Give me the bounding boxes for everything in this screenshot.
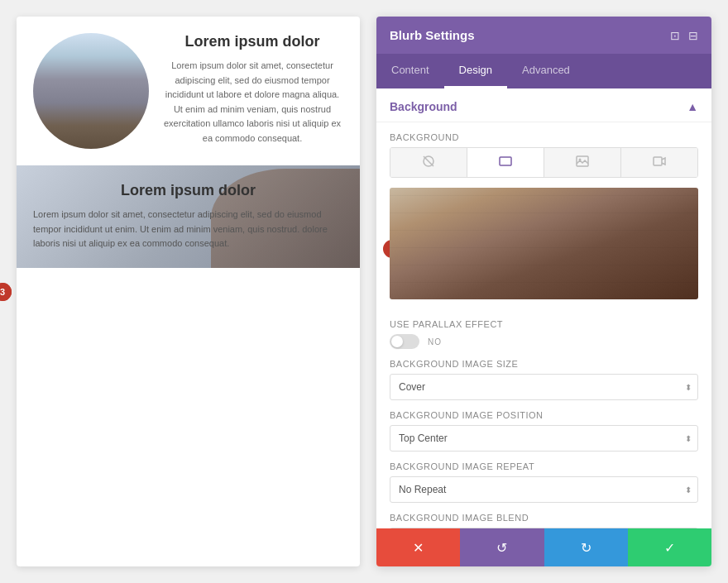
image-repeat-select[interactable]: No Repeat <box>390 476 698 503</box>
image-position-label: Background Image Position <box>390 410 698 420</box>
bg-type-video[interactable] <box>621 148 697 177</box>
expand-icon[interactable]: ⊡ <box>670 29 680 42</box>
section-title: Background <box>390 100 457 113</box>
settings-panel: Blurb Settings ⊡ ⊟ Content Design Advanc… <box>376 17 711 566</box>
image-size-wrapper: Cover <box>390 374 698 400</box>
panel-tabs: Content Design Advanced <box>376 54 711 88</box>
bg-image-section: 1 <box>390 188 698 309</box>
tab-advanced[interactable]: Advanced <box>507 54 585 88</box>
bg-type-image[interactable] <box>544 148 621 177</box>
collapse-icon[interactable]: ▲ <box>687 100 698 113</box>
image-blend-label: Background Image Blend <box>390 513 698 523</box>
image-position-wrapper: Top Center <box>390 425 698 452</box>
image-blend-field: Background Image Blend Normal <box>390 513 698 528</box>
panel-body: Background ▲ Background <box>376 88 711 528</box>
panel-title: Blurb Settings <box>390 28 475 42</box>
background-section-header: Background ▲ <box>376 88 711 122</box>
circle-image <box>33 33 149 149</box>
block2-title: Lorem ipsum dolor <box>33 182 343 199</box>
bg-image-preview[interactable] <box>390 188 698 299</box>
image-size-select[interactable]: Cover <box>390 374 698 400</box>
image-repeat-row: 3 No Repeat <box>390 476 698 503</box>
block2-overlay: Lorem ipsum dolor Lorem ipsum dolor sit … <box>33 182 343 251</box>
image-position-row: 2 Top Center <box>390 425 698 452</box>
image-position-select[interactable]: Top Center <box>390 425 698 452</box>
reset-button[interactable]: ↺ <box>460 528 544 566</box>
bg-type-color[interactable] <box>467 148 544 177</box>
image-repeat-label: Background Image Repeat <box>390 461 698 471</box>
left-preview-panel: Lorem ipsum dolor Lorem ipsum dolor sit … <box>17 17 360 566</box>
save-button[interactable]: ✓ <box>628 528 711 566</box>
section-body: Background 1 <box>376 122 711 528</box>
tab-design[interactable]: Design <box>444 54 507 88</box>
image-repeat-wrapper: No Repeat <box>390 476 698 503</box>
block1-title: Lorem ipsum dolor <box>161 33 343 50</box>
svg-rect-2 <box>500 157 511 165</box>
toggle-knob <box>391 336 403 347</box>
background-field-label: Background <box>390 132 698 142</box>
content-block-1: Lorem ipsum dolor Lorem ipsum dolor sit … <box>17 17 360 165</box>
svg-rect-5 <box>654 157 662 165</box>
columns-icon[interactable]: ⊟ <box>688 29 698 42</box>
image-size-label: Background Image Size <box>390 359 698 369</box>
bg-type-selector <box>390 147 698 178</box>
image-size-field: Background Image Size Cover <box>390 359 698 400</box>
cancel-button[interactable]: ✕ <box>376 528 460 566</box>
panel-header: Blurb Settings ⊡ ⊟ <box>376 17 711 54</box>
block1-body: Lorem ipsum dolor sit amet, consectetur … <box>161 59 343 146</box>
parallax-toggle[interactable] <box>390 334 419 349</box>
panel-footer: ✕ ↺ ↻ ✓ <box>376 528 711 566</box>
bg-type-transparent[interactable] <box>390 148 467 177</box>
block1-text: Lorem ipsum dolor Lorem ipsum dolor sit … <box>161 33 343 146</box>
image-blend-wrapper: Normal <box>390 528 698 528</box>
tab-content[interactable]: Content <box>376 54 444 88</box>
bg-image-row: 1 <box>390 188 698 309</box>
parallax-row: No <box>390 334 698 349</box>
content-block-2: Lorem ipsum dolor Lorem ipsum dolor sit … <box>17 165 360 268</box>
header-icons: ⊡ ⊟ <box>670 29 698 42</box>
parallax-label: Use Parallax Effect <box>390 319 698 329</box>
redo-button[interactable]: ↻ <box>544 528 628 566</box>
parallax-toggle-label: No <box>428 337 442 346</box>
image-blend-select[interactable]: Normal <box>390 528 698 528</box>
block2-body: Lorem ipsum dolor sit amet, consectetur … <box>33 208 343 251</box>
